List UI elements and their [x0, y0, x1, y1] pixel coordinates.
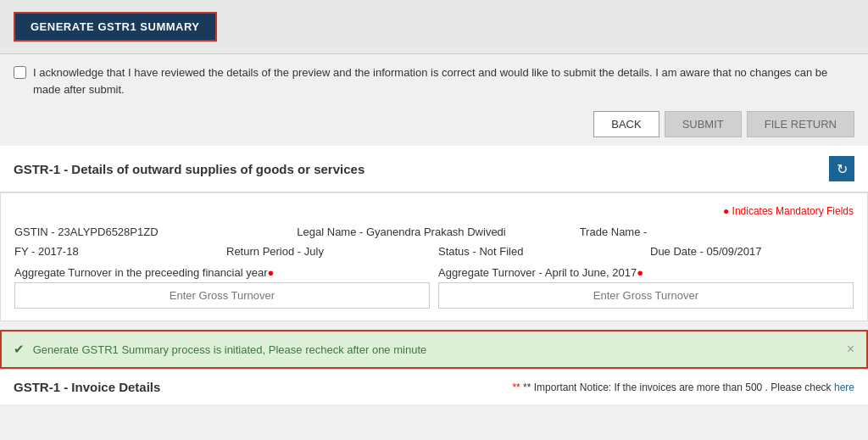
required-star-2: ●: [637, 266, 643, 279]
turnover-block-1: Aggregate Turnover in the preceeding fin…: [14, 266, 430, 309]
submit-button: SUBMIT: [665, 111, 742, 137]
generate-gstr1-button[interactable]: GENERATE GSTR1 SUMMARY: [14, 12, 217, 42]
return-period-info: Return Period - July: [226, 245, 430, 258]
top-bar: GENERATE GSTR1 SUMMARY: [0, 0, 868, 54]
legal-name-info: Legal Name - Gyanendra Prakash Dwivedi: [297, 226, 570, 238]
details-card: ● Indicates Mandatory Fields GSTIN - 23A…: [0, 192, 868, 321]
check-icon: ✔: [14, 342, 25, 356]
refresh-button[interactable]: ↻: [829, 156, 854, 181]
success-message-container: ✔ Generate GSTR1 Summary process is init…: [14, 342, 426, 357]
gstr1-section-title: GSTR-1 - Details of outward supplies of …: [14, 162, 364, 176]
success-banner: ✔ Generate GSTR1 Summary process is init…: [0, 330, 868, 369]
status-info: Status - Not Filed: [438, 245, 642, 258]
invoice-section-title: GSTR-1 - Invoice Details: [14, 380, 160, 394]
gstin-info: GSTIN - 23ALYPD6528P1ZD: [14, 226, 288, 238]
mandatory-note: ● Indicates Mandatory Fields: [14, 205, 854, 217]
acknowledge-text: I acknowledge that I have reviewed the d…: [33, 64, 854, 97]
gross-turnover-input-2[interactable]: [438, 282, 854, 309]
notice-link[interactable]: here: [834, 382, 854, 393]
turnover-section: Aggregate Turnover in the preceeding fin…: [14, 266, 854, 309]
invoice-section-header: GSTR-1 - Invoice Details ** ** Important…: [0, 369, 868, 404]
turnover-label-1: Aggregate Turnover in the preceeding fin…: [14, 266, 430, 279]
file-return-button: FILE RETURN: [747, 111, 854, 137]
back-button[interactable]: BACK: [593, 111, 659, 137]
required-star-1: ●: [267, 266, 274, 279]
invoice-notice: ** ** Important Notice: If the invoices …: [512, 382, 854, 393]
turnover-label-2: Aggregate Turnover - April to June, 2017…: [438, 266, 854, 279]
info-row-2: FY - 2017-18 Return Period - July Status…: [14, 245, 854, 258]
success-message-text: Generate GSTR1 Summary process is initia…: [33, 343, 427, 356]
notice-prefix-text: ** Important Notice: If the invoices are…: [523, 382, 832, 393]
action-buttons-row: BACK SUBMIT FILE RETURN: [0, 104, 868, 146]
gstr1-section-header: GSTR-1 - Details of outward supplies of …: [0, 146, 868, 192]
mandatory-star: ●: [723, 205, 729, 217]
info-row-1: GSTIN - 23ALYPD6528P1ZD Legal Name - Gya…: [14, 226, 854, 238]
trade-name-info: Trade Name -: [580, 226, 854, 238]
gross-turnover-input-1[interactable]: [14, 282, 430, 309]
turnover-block-2: Aggregate Turnover - April to June, 2017…: [438, 266, 854, 309]
banner-close-icon[interactable]: ×: [847, 342, 854, 357]
acknowledge-checkbox[interactable]: [14, 66, 26, 79]
notice-star: **: [512, 382, 520, 393]
acknowledge-section: I acknowledge that I have reviewed the d…: [0, 54, 868, 104]
due-date-info: Due Date - 05/09/2017: [650, 245, 854, 258]
fy-info: FY - 2017-18: [14, 245, 218, 258]
